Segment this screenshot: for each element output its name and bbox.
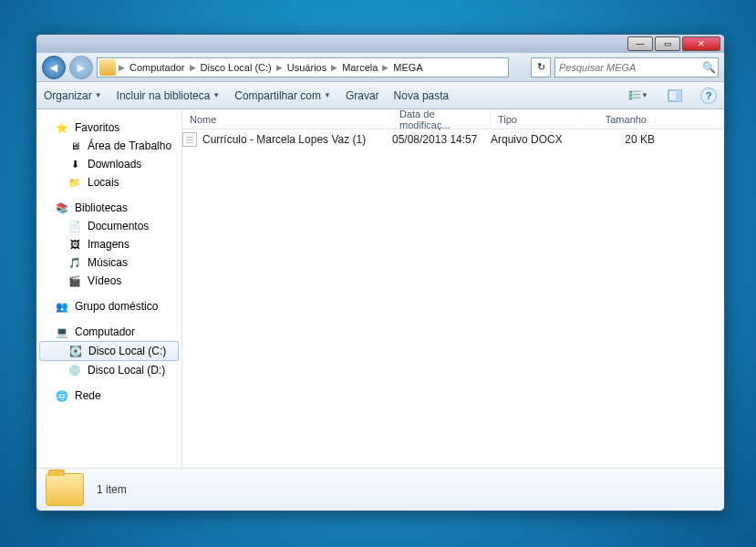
details-pane: 1 item xyxy=(36,468,724,511)
file-type: Arquivo DOCX xyxy=(491,133,582,146)
chevron-right-icon[interactable]: ▶ xyxy=(189,63,197,72)
docx-icon xyxy=(182,132,197,147)
titlebar: — ▭ ✕ xyxy=(36,35,724,53)
chevron-right-icon[interactable]: ▶ xyxy=(118,63,126,72)
share-button[interactable]: Compartilhar com ▼ xyxy=(234,89,331,102)
include-label: Incluir na biblioteca xyxy=(117,89,211,102)
drive-icon: 💽 xyxy=(68,344,83,358)
computer-icon: 💻 xyxy=(55,325,69,339)
minimize-button[interactable]: — xyxy=(627,36,653,51)
drive-icon: 💿 xyxy=(67,363,82,377)
sidebar-disk-c[interactable]: 💽Disco Local (C:) xyxy=(39,341,179,361)
explorer-window: — ▭ ✕ ◄ ► ▶ Computador ▶ Disco Local (C:… xyxy=(36,34,725,511)
svg-rect-4 xyxy=(629,97,633,99)
maximize-button[interactable]: ▭ xyxy=(655,36,680,51)
documents-icon: 📄 xyxy=(67,219,82,233)
svg-rect-1 xyxy=(633,90,640,91)
body: ⭐Favoritos 🖥Área de Trabalho ⬇Downloads … xyxy=(36,109,724,468)
desktop-icon: 🖥 xyxy=(67,139,82,153)
sidebar: ⭐Favoritos 🖥Área de Trabalho ⬇Downloads … xyxy=(36,109,182,468)
svg-rect-0 xyxy=(629,90,633,93)
sidebar-item-label: Grupo doméstico xyxy=(75,300,158,313)
search-input[interactable] xyxy=(555,62,699,73)
burn-button[interactable]: Gravar xyxy=(346,89,379,102)
network-icon: 🌐 xyxy=(55,388,69,403)
chevron-down-icon: ▼ xyxy=(212,91,220,99)
svg-rect-7 xyxy=(676,90,681,101)
chevron-right-icon[interactable]: ▶ xyxy=(330,63,338,72)
sidebar-documents[interactable]: 📄Documentos xyxy=(36,217,181,235)
main-pane: Nome Data de modificaç... Tipo Tamanho C… xyxy=(182,109,724,468)
sidebar-disk-d[interactable]: 💿Disco Local (D:) xyxy=(36,361,181,379)
preview-pane-button[interactable] xyxy=(664,86,686,106)
pictures-icon: 🖼 xyxy=(67,237,82,252)
back-button[interactable]: ◄ xyxy=(42,56,66,79)
chevron-right-icon[interactable]: ▶ xyxy=(275,63,284,72)
libraries-icon: 📚 xyxy=(55,201,69,215)
crumb-disk-c[interactable]: Disco Local (C:) xyxy=(197,62,275,73)
column-header-name[interactable]: Nome xyxy=(182,114,392,125)
download-icon: ⬇ xyxy=(67,157,82,171)
star-icon: ⭐ xyxy=(55,120,69,135)
sidebar-item-label: Área de Trabalho xyxy=(88,139,171,152)
search-icon[interactable]: 🔍 xyxy=(699,61,718,74)
sidebar-item-label: Bibliotecas xyxy=(75,201,128,214)
forward-button[interactable]: ► xyxy=(69,56,93,79)
column-header-date[interactable]: Data de modificaç... xyxy=(392,109,491,130)
organize-button[interactable]: Organizar ▼ xyxy=(44,89,102,102)
sidebar-favorites[interactable]: ⭐Favoritos xyxy=(36,119,181,137)
sidebar-computer[interactable]: 💻Computador xyxy=(36,323,181,341)
share-label: Compartilhar com xyxy=(234,89,321,102)
sidebar-desktop[interactable]: 🖥Área de Trabalho xyxy=(36,137,181,155)
chevron-down-icon: ▼ xyxy=(95,91,102,99)
homegroup-icon: 👥 xyxy=(55,299,69,314)
organize-label: Organizar xyxy=(44,89,92,102)
sidebar-item-label: Downloads xyxy=(88,158,141,170)
sidebar-item-label: Vídeos xyxy=(88,274,121,287)
crumb-computer[interactable]: Computador xyxy=(126,62,189,73)
sidebar-item-label: Rede xyxy=(75,389,101,402)
folder-icon xyxy=(99,59,116,76)
sidebar-homegroup[interactable]: 👥Grupo doméstico xyxy=(36,297,181,315)
help-button[interactable]: ? xyxy=(700,88,717,104)
search-box[interactable]: 🔍 xyxy=(554,57,719,77)
crumb-marcela[interactable]: Marcela xyxy=(338,62,381,73)
sidebar-item-label: Músicas xyxy=(88,256,128,269)
navbar: ◄ ► ▶ Computador ▶ Disco Local (C:) ▶ Us… xyxy=(36,53,724,82)
sidebar-item-label: Disco Local (D:) xyxy=(88,364,165,377)
include-library-button[interactable]: Incluir na biblioteca ▼ xyxy=(117,89,221,102)
sidebar-pictures[interactable]: 🖼Imagens xyxy=(36,235,181,253)
sidebar-network[interactable]: 🌐Rede xyxy=(36,387,181,405)
videos-icon: 🎬 xyxy=(67,274,82,288)
chevron-right-icon[interactable]: ▶ xyxy=(381,63,389,72)
music-icon: 🎵 xyxy=(67,255,82,270)
column-header-type[interactable]: Tipo xyxy=(491,114,582,125)
toolbar: Organizar ▼ Incluir na biblioteca ▼ Comp… xyxy=(36,82,724,109)
breadcrumb[interactable]: ▶ Computador ▶ Disco Local (C:) ▶ Usuári… xyxy=(97,57,509,77)
places-icon: 📁 xyxy=(67,175,82,190)
sidebar-libraries[interactable]: 📚Bibliotecas xyxy=(36,199,181,217)
folder-icon xyxy=(46,473,84,506)
sidebar-videos[interactable]: 🎬Vídeos xyxy=(36,272,181,290)
chevron-down-icon: ▼ xyxy=(324,91,331,99)
file-size: 20 KB xyxy=(582,133,655,146)
file-row[interactable]: Currículo - Marcela Lopes Vaz (1) 05/08/… xyxy=(182,129,724,150)
column-header-row: Nome Data de modificaç... Tipo Tamanho xyxy=(182,109,724,129)
file-date: 05/08/2013 14:57 xyxy=(392,133,491,146)
svg-rect-2 xyxy=(629,94,633,97)
sidebar-places[interactable]: 📁Locais xyxy=(36,173,181,191)
view-options-button[interactable]: ▼ xyxy=(627,86,649,106)
file-name: Currículo - Marcela Lopes Vaz (1) xyxy=(202,133,366,146)
sidebar-music[interactable]: 🎵Músicas xyxy=(36,253,181,272)
refresh-button[interactable]: ↻ xyxy=(531,57,551,77)
svg-rect-3 xyxy=(633,94,640,95)
crumb-mega[interactable]: MEGA xyxy=(389,62,426,73)
crumb-users[interactable]: Usuários xyxy=(284,62,330,73)
file-list: Currículo - Marcela Lopes Vaz (1) 05/08/… xyxy=(182,129,724,468)
column-header-size[interactable]: Tamanho xyxy=(582,114,655,125)
chevron-down-icon: ▼ xyxy=(641,91,648,99)
sidebar-downloads[interactable]: ⬇Downloads xyxy=(36,155,181,173)
sidebar-item-label: Disco Local (C:) xyxy=(88,345,166,357)
new-folder-button[interactable]: Nova pasta xyxy=(394,89,450,102)
close-button[interactable]: ✕ xyxy=(682,36,720,51)
